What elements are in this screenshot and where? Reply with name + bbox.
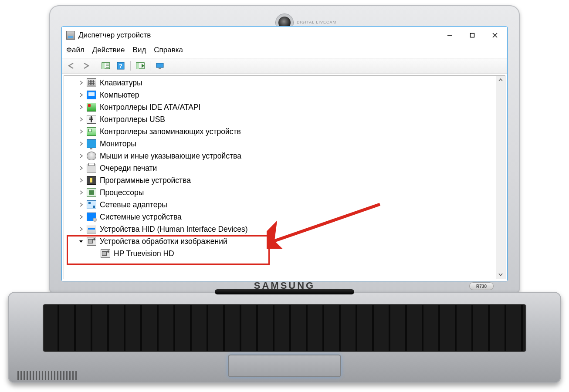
refresh-icon: [135, 62, 145, 70]
tree-item[interactable]: HP Truevision HD: [64, 247, 496, 260]
tree-item-label: Сетевые адаптеры: [100, 199, 167, 211]
menu-action[interactable]: Действие: [92, 46, 125, 54]
device-tree[interactable]: КлавиатурыКомпьютерКонтроллеры IDE ATA/A…: [64, 76, 496, 279]
tree-item[interactable]: Контроллеры запоминающих устройств: [64, 125, 496, 138]
chevron-right-icon[interactable]: [77, 164, 85, 172]
tree-item[interactable]: Мыши и иные указывающие устройства: [64, 150, 496, 162]
nav-forward-button[interactable]: [79, 60, 93, 72]
tree-item-label: Процессоры: [100, 186, 144, 199]
help-button[interactable]: ?: [114, 60, 128, 72]
software-icon: [87, 176, 96, 185]
chevron-right-icon[interactable]: [77, 91, 85, 99]
tree-item[interactable]: Контроллеры USB: [64, 113, 496, 125]
chevron-right-icon[interactable]: [77, 201, 85, 209]
webcam-label: DIGITAL LIVECAM: [297, 20, 336, 24]
tree-item[interactable]: Мониторы: [64, 138, 496, 150]
chevron-right-icon[interactable]: [77, 189, 85, 196]
toolbar-separator: [96, 61, 96, 71]
scroll-down-button[interactable]: [496, 270, 505, 279]
chevron-down-icon: [498, 272, 503, 277]
scroll-up-button[interactable]: [496, 76, 505, 84]
tree-item-label: Мыши и иные указывающие устройства: [100, 150, 241, 162]
tree-item[interactable]: Процессоры: [64, 186, 496, 199]
laptop-hinge: [215, 289, 354, 294]
laptop-base: [8, 292, 561, 383]
svg-rect-1: [471, 34, 474, 37]
cpu-icon: [87, 188, 96, 197]
ide-icon: [87, 103, 96, 112]
chevron-right-icon[interactable]: [77, 176, 85, 184]
tree-item[interactable]: Контроллеры IDE ATA/ATAPI: [64, 101, 496, 113]
toolbar-separator: [150, 61, 150, 71]
tree-item-label: Программные устройства: [100, 174, 191, 186]
menubar: Файл Действие Вид Справка: [62, 44, 507, 58]
chevron-right-icon[interactable]: [77, 115, 85, 123]
arrow-right-icon: [81, 62, 91, 70]
view-devices-button[interactable]: [153, 60, 167, 72]
laptop-model-badge: R730: [469, 282, 494, 290]
tree-item[interactable]: Компьютер: [64, 89, 496, 101]
show-hidden-button[interactable]: [99, 60, 113, 72]
tree-item-label: Компьютер: [100, 89, 139, 101]
vertical-scrollbar[interactable]: [496, 76, 505, 279]
tree-item[interactable]: Программные устройства: [64, 174, 496, 186]
tree-item-label: Контроллеры IDE ATA/ATAPI: [100, 101, 200, 113]
tree-item-label: Системные устройства: [100, 211, 182, 223]
scan-hardware-button[interactable]: [133, 60, 147, 72]
svg-rect-14: [156, 63, 163, 68]
mouse-icon: [87, 152, 96, 160]
tree-item-label: HP Truevision HD: [114, 247, 174, 260]
tree-item[interactable]: Сетевые адаптеры: [64, 199, 496, 211]
monitor-icon: [87, 139, 96, 148]
svg-rect-5: [102, 63, 105, 69]
laptop-lid: DIGITAL LIVECAM Диспетчер устройств: [49, 5, 520, 293]
laptop-frame: DIGITAL LIVECAM Диспетчер устройств: [8, 0, 561, 387]
chevron-right-icon[interactable]: [77, 213, 85, 221]
tree-item[interactable]: Устройства обработки изображений: [64, 235, 496, 247]
tree-item-label: Устройства обработки изображений: [100, 235, 227, 247]
chevron-down-icon[interactable]: [77, 237, 85, 245]
menu-help[interactable]: Справка: [154, 46, 183, 54]
chevron-right-icon[interactable]: [77, 225, 85, 233]
window-title: Диспетчер устройств: [78, 31, 151, 40]
minimize-button[interactable]: [438, 27, 461, 44]
chevron-right-icon[interactable]: [77, 140, 85, 148]
client-area: КлавиатурыКомпьютерКонтроллеры IDE ATA/A…: [64, 75, 505, 279]
maximize-icon: [470, 33, 475, 38]
camera-icon: [101, 249, 110, 258]
tree-item-label: Мониторы: [100, 138, 136, 150]
app-icon: [66, 31, 75, 40]
tree-item-label: Устройства HID (Human Interface Devices): [100, 223, 248, 235]
tree-item-label: Контроллеры USB: [100, 113, 165, 125]
maximize-button[interactable]: [461, 27, 484, 44]
svg-marker-13: [142, 64, 144, 68]
chevron-right-icon[interactable]: [77, 79, 85, 87]
tree-item[interactable]: Устройства HID (Human Interface Devices): [64, 223, 496, 235]
tree-item[interactable]: Клавиатуры: [64, 77, 496, 89]
close-button[interactable]: [484, 27, 506, 44]
chevron-right-icon[interactable]: [77, 103, 85, 111]
chevron-up-icon: [498, 78, 503, 82]
window-titlebar[interactable]: Диспетчер устройств: [62, 27, 507, 44]
laptop-trackpad: [228, 355, 341, 377]
tree-item[interactable]: Системные устройства: [64, 211, 496, 223]
laptop-screen: Диспетчер устройств Файл Действие В: [61, 26, 508, 281]
menu-view[interactable]: Вид: [133, 46, 146, 54]
minimize-icon: [447, 33, 452, 38]
tree-item-label: Клавиатуры: [100, 77, 142, 89]
keyboard-icon: [87, 78, 96, 87]
chevron-right-icon[interactable]: [77, 152, 85, 160]
printer-icon: [87, 164, 96, 172]
tree-item[interactable]: Очереди печати: [64, 162, 496, 174]
menu-file[interactable]: Файл: [66, 46, 85, 54]
svg-rect-12: [136, 63, 139, 69]
laptop-vents: [17, 371, 78, 380]
svg-rect-15: [159, 68, 161, 69]
nav-back-button[interactable]: [64, 60, 78, 72]
net-icon: [87, 200, 96, 209]
camera-icon: [87, 237, 96, 246]
chevron-right-icon[interactable]: [77, 128, 85, 135]
usb-icon: [87, 115, 96, 124]
device-manager-window: Диспетчер устройств Файл Действие В: [61, 26, 508, 281]
svg-text:?: ?: [119, 63, 122, 69]
